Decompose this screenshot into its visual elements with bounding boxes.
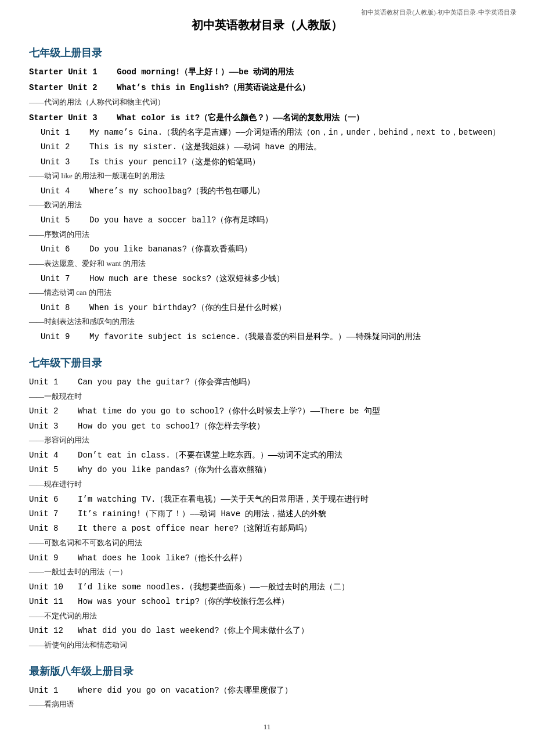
section-heading: 七年级下册目录 — [29, 356, 505, 370]
section-grade8_upper: 最新版八年级上册目录Unit 1 Where did you go on vac… — [29, 664, 505, 711]
note-line: ——数词的用法 — [29, 199, 505, 211]
unit-item: Unit 6 I’m watching TV.（我正在看电视）——关于天气的日常… — [29, 493, 505, 506]
unit-item: Unit 1 My name’s Gina.（我的名字是吉娜）——介词短语的用法… — [29, 126, 505, 139]
page-number: 11 — [29, 722, 505, 732]
unit-item: Unit 11 How was your school trip?（你的学校旅行… — [29, 595, 505, 608]
note-line: ——情态动词 can 的用法 — [29, 287, 505, 299]
section-heading: 最新版八年级上册目录 — [29, 664, 505, 678]
note-line: ——不定代词的用法 — [29, 610, 505, 622]
note-line: ——动词 like 的用法和一般现在时的用法 — [29, 170, 505, 182]
starter-unit-item: Starter Unit 2 What’s this in English?（用… — [29, 81, 505, 94]
note-line: ——时刻表达法和感叹句的用法 — [29, 316, 505, 328]
page-title: 初中英语教材目录（人教版） — [29, 17, 505, 33]
unit-item: Unit 9 My favorite subject is science.（我… — [29, 330, 505, 343]
section-grade7_lower: 七年级下册目录Unit 1 Can you pay the guitar?（你会… — [29, 356, 505, 651]
note-line: ——代词的用法（人称代词和物主代词） — [29, 96, 505, 109]
note-line: ——看病用语 — [29, 699, 505, 711]
note-line: ——表达愿意、爱好和 want 的用法 — [29, 258, 505, 270]
unit-item: Unit 5 Do you have a soccer ball?（你有足球吗） — [29, 214, 505, 226]
section-grade7_upper: 七年级上册目录Starter Unit 1 Good morning!（早上好！… — [29, 46, 505, 343]
note-line: ——一般现在时 — [29, 391, 505, 403]
unit-item: Unit 6 Do you like bananas?（你喜欢香蕉吗） — [29, 243, 505, 255]
unit-item: Unit 3 How do you get to school?（你怎样去学校） — [29, 420, 505, 433]
note-line: ——可数名词和不可数名词的用法 — [29, 537, 505, 549]
note-line: ——祈使句的用法和情态动词 — [29, 639, 505, 651]
section-heading: 七年级上册目录 — [29, 46, 505, 60]
unit-item: Unit 12 What did you do last weekend?（你上… — [29, 624, 505, 637]
note-line: ——序数词的用法 — [29, 229, 505, 241]
unit-item: Unit 1 Can you pay the guitar?（你会弹吉他吗） — [29, 376, 505, 388]
note-line: ——一般过去时的用法（一） — [29, 566, 505, 578]
note-line: ——形容词的用法 — [29, 434, 505, 447]
unit-item: Unit 9 What does he look like?（他长什么样） — [29, 552, 505, 564]
unit-item: Unit 5 Why do you like pandas?（你为什么喜欢熊猫） — [29, 463, 505, 476]
unit-item: Unit 2 What time do you go to school?（你什… — [29, 405, 505, 417]
unit-item: Unit 10 I’d like some noodles.（我想要些面条）——… — [29, 581, 505, 593]
unit-item: Unit 7 How much are these socks?（这双短袜多少钱… — [29, 272, 505, 285]
unit-item: Unit 3 Is this your pencil?（这是你的铅笔吗） — [29, 156, 505, 168]
unit-item: Unit 4 Where’s my schoolbag?（我的书包在哪儿） — [29, 185, 505, 197]
unit-item: Unit 7 It’s raining!（下雨了！）——动词 Have 的用法，… — [29, 507, 505, 520]
breadcrumb: 初中英语教材目录(人教版)-初中英语目录-中学英语目录 — [361, 8, 517, 17]
note-line: ——现在进行时 — [29, 478, 505, 491]
starter-unit-item: Starter Unit 3 What color is it?（它是什么颜色？… — [29, 111, 505, 124]
unit-item: Unit 8 When is your birthday?（你的生日是什么时候） — [29, 301, 505, 314]
unit-item: Unit 4 Don’t eat in class.（不要在课堂上吃东西。）——… — [29, 449, 505, 462]
unit-item: Unit 1 Where did you go on vacation?（你去哪… — [29, 684, 505, 697]
unit-item: Unit 2 This is my sister.（这是我姐妹）——动词 hav… — [29, 141, 505, 153]
unit-item: Unit 8 It there a post office near here?… — [29, 522, 505, 535]
starter-unit-item: Starter Unit 1 Good morning!（早上好！）——be 动… — [29, 66, 505, 78]
